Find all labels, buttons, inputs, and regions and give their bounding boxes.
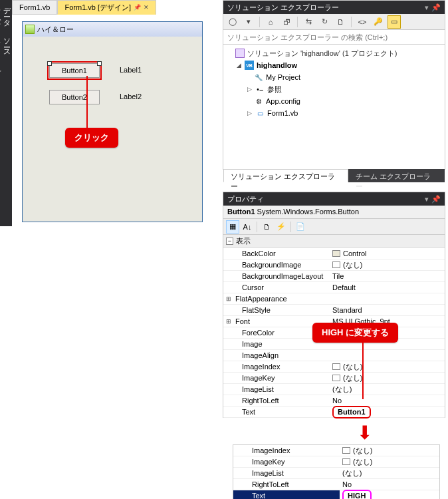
- properties-panel: プロパティ ▾📌 Button1 System.Windows.Forms.Bu…: [223, 192, 445, 418]
- designer-button1[interactable]: Button1: [49, 63, 100, 78]
- prop-imageindex[interactable]: ImageIndex: [223, 361, 330, 372]
- solution-node[interactable]: ソリューション 'highandlow' (1 プロジェクト): [247, 49, 397, 59]
- prop-imagekey[interactable]: ImageKey: [223, 373, 330, 383]
- callout-line-1: [86, 76, 88, 129]
- form-titlebar: ハイ＆ロー: [23, 22, 202, 37]
- solution-icon: [235, 49, 245, 58]
- image-swatch: [332, 363, 340, 370]
- collapse-icon[interactable]: ⇆: [302, 15, 315, 29]
- tab-design[interactable]: Form1.vb [デザイン] 📌 ✕: [57, 0, 156, 15]
- project-node[interactable]: highandlow: [257, 61, 297, 69]
- properties-after-snippet: ImageIndex(なし) ImageKey(なし) ImageList(なし…: [233, 444, 440, 499]
- forward-icon[interactable]: ▾: [242, 15, 255, 29]
- wrench-icon: [254, 73, 263, 82]
- callout-change-high: HIGH に変更する: [312, 323, 398, 343]
- se-bottom-tabs: ソリューション エクスプローラー チーム エクスプローラー: [223, 169, 445, 182]
- back-icon[interactable]: ◯: [226, 15, 239, 29]
- tab-solution-explorer[interactable]: ソリューション エクスプローラー: [223, 169, 348, 182]
- text-value-after[interactable]: HIGH: [342, 490, 372, 500]
- se-search-input[interactable]: [223, 30, 445, 44]
- references-node[interactable]: 参照: [267, 84, 282, 94]
- form-designer[interactable]: ハイ＆ロー Button1 Label1 Button2 Label2: [22, 21, 203, 222]
- alphabetical-icon[interactable]: A↓: [241, 220, 254, 234]
- tab-team-explorer[interactable]: チーム エクスプローラー: [348, 169, 445, 182]
- prop-rtl[interactable]: RightToLeft: [223, 395, 330, 406]
- prop-flatappearance[interactable]: FlatAppearance: [223, 293, 330, 304]
- color-swatch: [332, 250, 340, 257]
- prop-imagelist-after[interactable]: ImageList: [233, 468, 340, 478]
- designer-label2[interactable]: Label2: [120, 92, 142, 100]
- prop-bglayout[interactable]: BackgroundImageLayout: [223, 271, 330, 281]
- image-swatch: [342, 458, 350, 465]
- properties-icon[interactable]: 🔑: [372, 15, 385, 29]
- prop-bgimage[interactable]: BackgroundImage: [223, 259, 330, 270]
- properties-toolbar: ▦ A↓ 🗋 ⚡ 📄: [223, 219, 445, 235]
- references-icon: [255, 84, 265, 94]
- arrow-down-icon: ⬇: [357, 422, 372, 444]
- appconfig-node[interactable]: App.config: [266, 97, 300, 105]
- prop-backcolor[interactable]: BackColor: [223, 248, 330, 259]
- dropdown-icon[interactable]: ▾: [425, 195, 429, 204]
- config-icon: [254, 96, 263, 106]
- home-icon[interactable]: ⌂: [264, 15, 277, 29]
- form1-node[interactable]: Form1.vb: [267, 109, 298, 117]
- preview-icon[interactable]: ▭: [388, 15, 401, 29]
- vs-sidebar[interactable]: データ ソース サーバー エクスプローラー ツールボックス: [0, 0, 12, 226]
- vs-sidebar-datasource[interactable]: データ ソース: [2, 3, 12, 55]
- form-file-icon: [255, 108, 265, 118]
- form-icon: [25, 25, 35, 34]
- vb-project-icon: VB: [245, 61, 254, 70]
- document-tabs: Form1.vb Form1.vb [デザイン] 📌 ✕: [12, 0, 156, 15]
- expander-icon[interactable]: ◢: [235, 62, 242, 69]
- callout-click: クリック: [65, 128, 118, 148]
- solution-tree[interactable]: ソリューション 'highandlow' (1 プロジェクト) ◢VBhigha…: [223, 45, 445, 122]
- form-title: ハイ＆ロー: [37, 25, 74, 35]
- prop-cursor[interactable]: Cursor: [223, 282, 330, 293]
- text-value-highlight[interactable]: Button1: [332, 406, 371, 418]
- solution-explorer-panel: ソリューション エクスプローラー ▾📌 ◯ ▾ ⌂ 🗗 ⇆ ↻ 🗋 <> 🔑 ▭…: [223, 0, 445, 170]
- vs-sidebar-server-explorer[interactable]: サーバー エクスプローラー: [0, 3, 2, 96]
- events-icon[interactable]: ⚡: [275, 220, 288, 234]
- code-icon[interactable]: <>: [356, 15, 369, 29]
- se-search[interactable]: [223, 30, 445, 45]
- prop-imagekey-after[interactable]: ImageKey: [233, 456, 340, 467]
- solution-explorer-header: ソリューション エクスプローラー ▾📌: [223, 1, 445, 14]
- close-icon[interactable]: ✕: [144, 4, 149, 11]
- pin-icon[interactable]: 📌: [431, 3, 441, 12]
- image-swatch: [342, 447, 350, 454]
- sync-icon[interactable]: 🗗: [280, 15, 293, 29]
- properties-page-icon[interactable]: 🗋: [260, 220, 273, 234]
- callout-line-2: [362, 339, 364, 399]
- category-display[interactable]: −表示: [223, 235, 445, 248]
- properties-object-selector[interactable]: Button1 System.Windows.Forms.Button: [223, 206, 445, 219]
- prop-text-after[interactable]: Text: [233, 490, 340, 499]
- prop-rtl-after[interactable]: RightToLeft: [233, 479, 340, 490]
- se-toolbar: ◯ ▾ ⌂ 🗗 ⇆ ↻ 🗋 <> 🔑 ▭: [223, 14, 445, 30]
- refresh-icon[interactable]: 🗋: [334, 15, 347, 29]
- prop-text[interactable]: Text: [223, 407, 330, 417]
- image-swatch: [332, 375, 340, 381]
- image-swatch: [332, 261, 340, 268]
- expander-icon[interactable]: ▷: [246, 86, 253, 92]
- myproject-node[interactable]: My Project: [266, 73, 300, 81]
- designer-label1[interactable]: Label1: [120, 66, 142, 74]
- designer-button2[interactable]: Button2: [49, 90, 100, 104]
- prop-imagealign[interactable]: ImageAlign: [223, 350, 330, 361]
- categorized-icon[interactable]: ▦: [226, 220, 239, 234]
- expander-icon[interactable]: ▷: [246, 110, 253, 116]
- prop-imageindex-after[interactable]: ImageIndex: [233, 445, 340, 456]
- prop-flatstyle[interactable]: FlatStyle: [223, 305, 330, 315]
- pin-icon[interactable]: 📌: [431, 195, 441, 204]
- properties-header: プロパティ ▾📌: [223, 192, 445, 206]
- tab-code[interactable]: Form1.vb: [12, 0, 57, 15]
- pin-icon[interactable]: 📌: [134, 4, 141, 11]
- prop-imagelist[interactable]: ImageList: [223, 384, 330, 395]
- property-pages-icon[interactable]: 📄: [294, 220, 307, 234]
- dropdown-icon[interactable]: ▾: [425, 3, 429, 12]
- show-all-icon[interactable]: ↻: [318, 15, 331, 29]
